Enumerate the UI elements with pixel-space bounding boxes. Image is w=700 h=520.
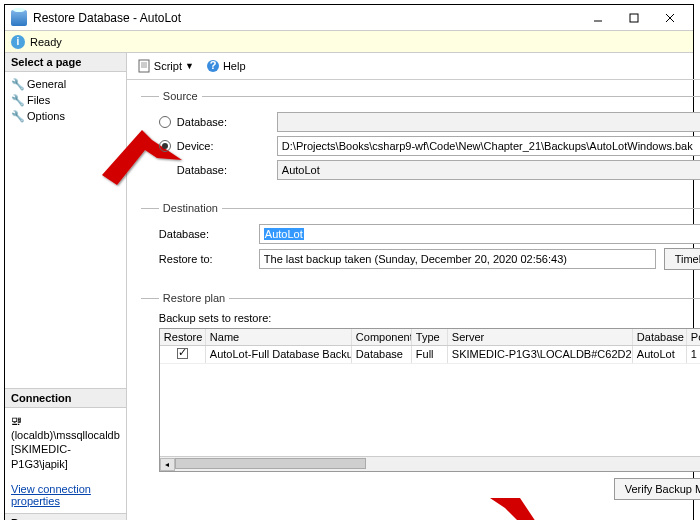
restore-database-window: Restore Database - AutoLot i Ready Selec… (4, 4, 694, 520)
table-header: Restore Name Component Type Server Datab… (160, 329, 700, 346)
svg-text:?: ? (210, 59, 217, 71)
help-icon: ? (206, 59, 220, 73)
restore-to-label: Restore to: (159, 253, 259, 265)
wrench-icon: 🔧 (11, 94, 23, 106)
toolbar: Script ▼ ? Help (127, 53, 700, 80)
script-dropdown[interactable]: Script ▼ (133, 57, 198, 75)
restore-plan-group: Restore plan Backup sets to restore: Res… (141, 292, 700, 508)
script-icon (137, 59, 151, 73)
nav-item-files[interactable]: 🔧Files (11, 92, 120, 108)
nav-item-options[interactable]: 🔧Options (11, 108, 120, 124)
titlebar: Restore Database - AutoLot (5, 5, 693, 31)
wrench-icon: 🔧 (11, 78, 23, 90)
destination-group: Destination Database: AutoLot Restore to… (141, 202, 700, 282)
source-device-radio[interactable] (159, 140, 171, 152)
select-page-header: Select a page (5, 53, 126, 72)
source-db-sub-combo[interactable]: AutoLot (277, 160, 700, 180)
restore-checkbox[interactable] (177, 348, 188, 359)
left-nav: Select a page 🔧General 🔧Files 🔧Options C… (5, 53, 127, 520)
destination-legend: Destination (159, 202, 222, 214)
dest-db-combo[interactable]: AutoLot (259, 224, 700, 244)
source-device-path[interactable]: D:\Projects\Books\csharp9-wf\Code\New\Ch… (277, 136, 700, 156)
help-button[interactable]: ? Help (202, 57, 250, 75)
progress-header: Progress (5, 514, 126, 520)
wrench-icon: 🔧 (11, 110, 23, 122)
minimize-button[interactable] (581, 9, 615, 27)
dest-db-label: Database: (159, 228, 259, 240)
connection-panel: Connection 🖳 (localdb)\mssqllocaldb [SKI… (5, 388, 126, 514)
nav-item-general[interactable]: 🔧General (11, 76, 120, 92)
source-database-label: Database: (177, 116, 277, 128)
info-icon: i (11, 35, 25, 49)
status-text: Ready (30, 36, 62, 48)
backup-sets-label: Backup sets to restore: (159, 312, 700, 324)
horizontal-scrollbar[interactable]: ◂ ▸ (160, 456, 700, 471)
connection-header: Connection (5, 389, 126, 408)
source-database-combo[interactable] (277, 112, 700, 132)
view-connection-properties-link[interactable]: View connection properties (5, 477, 126, 513)
restore-to-value: The last backup taken (Sunday, December … (259, 249, 656, 269)
scroll-left-arrow-icon[interactable]: ◂ (160, 458, 175, 471)
svg-rect-1 (630, 14, 638, 22)
window-title: Restore Database - AutoLot (33, 11, 579, 25)
verify-backup-media-button[interactable]: Verify Backup Media (614, 478, 700, 500)
source-legend: Source (159, 90, 202, 102)
connection-value: (localdb)\mssqllocaldb [SKIMEDIC-P1G3\ja… (11, 429, 120, 470)
chevron-down-icon: ▼ (185, 61, 194, 71)
progress-panel: Progress Done (5, 514, 126, 520)
scroll-thumb[interactable] (175, 458, 366, 469)
server-icon: 🖳 (11, 415, 22, 427)
source-device-label: Device: (177, 140, 277, 152)
backup-sets-table: Restore Name Component Type Server Datab… (159, 328, 700, 472)
timeline-button[interactable]: Timeline... (664, 248, 700, 270)
svg-rect-4 (139, 60, 149, 72)
status-bar: i Ready (5, 31, 693, 53)
table-row[interactable]: AutoLot-Full Database Backup Database Fu… (160, 346, 700, 364)
source-group: Source Database: Device: D:\Projects\Boo… (141, 90, 700, 192)
source-db-sub-label: Database: (177, 164, 277, 176)
source-database-radio[interactable] (159, 116, 171, 128)
database-restore-icon (11, 10, 27, 26)
maximize-button[interactable] (617, 9, 651, 27)
close-button[interactable] (653, 9, 687, 27)
restore-plan-legend: Restore plan (159, 292, 229, 304)
